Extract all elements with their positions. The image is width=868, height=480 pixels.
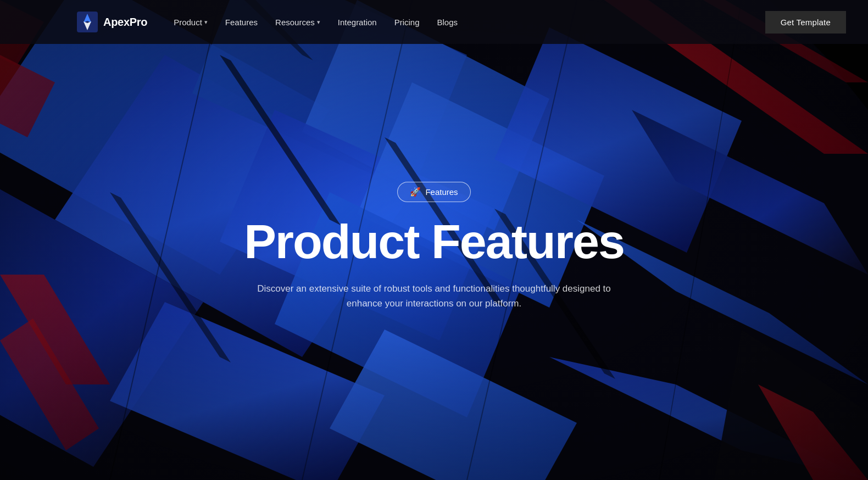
hero-title: Product Features [220,217,648,266]
chevron-down-icon: ▾ [317,19,320,26]
nav-link-product[interactable]: Product ▾ [174,18,208,27]
nav-link-resources[interactable]: Resources ▾ [275,18,320,27]
nav-link-pricing[interactable]: Pricing [394,18,420,27]
navbar: ApexPro Product ▾ Features Resources ▾ [0,0,868,44]
nav-right: Get Template [765,11,846,34]
hero-section: 🚀 Features Product Features Discover an … [0,0,868,480]
nav-link-integration[interactable]: Integration [338,18,377,27]
nav-left: ApexPro Product ▾ Features Resources ▾ [77,12,458,32]
nav-item-blogs[interactable]: Blogs [437,18,458,27]
get-template-button[interactable]: Get Template [765,11,846,34]
nav-item-resources[interactable]: Resources ▾ [275,18,320,27]
badge-label: Features [425,187,458,197]
nav-item-features[interactable]: Features [225,18,258,27]
rocket-icon: 🚀 [410,187,421,197]
logo-text: ApexPro [103,16,147,29]
nav-item-pricing[interactable]: Pricing [394,18,420,27]
nav-link-features[interactable]: Features [225,18,258,27]
hero-content: 🚀 Features Product Features Discover an … [220,182,648,311]
features-badge[interactable]: 🚀 Features [397,182,470,202]
nav-links: Product ▾ Features Resources ▾ Integrati… [174,18,458,27]
logo-link[interactable]: ApexPro [77,12,147,32]
nav-item-integration[interactable]: Integration [338,18,377,27]
hero-description: Discover an extensive suite of robust to… [253,281,615,311]
nav-link-blogs[interactable]: Blogs [437,18,458,27]
chevron-down-icon: ▾ [204,19,208,26]
nav-item-product[interactable]: Product ▾ [174,18,208,27]
logo-icon [77,12,98,32]
